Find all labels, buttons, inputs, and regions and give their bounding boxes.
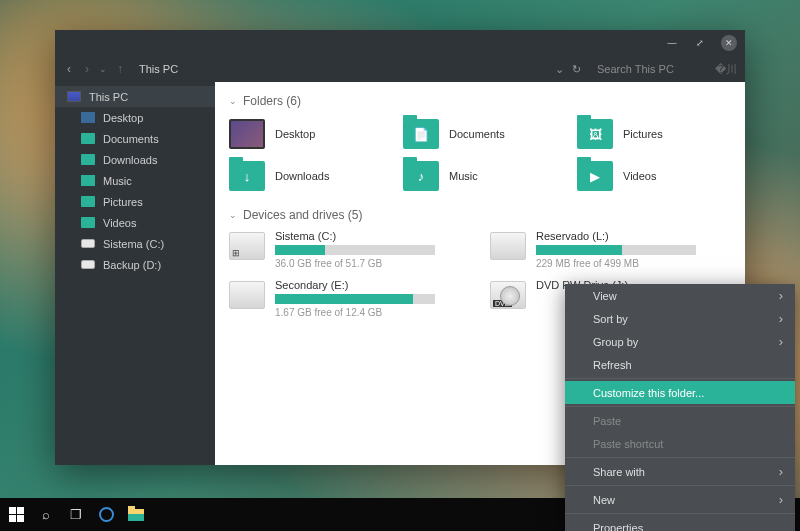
search-button[interactable]: ⌕ [38,507,54,523]
separator [565,513,795,514]
sidebar-item-desktop[interactable]: Desktop [55,107,215,128]
up-button[interactable]: ↑ [113,62,127,76]
folder-icon: ▶ [577,161,613,191]
folder-icon: 📄 [403,119,439,149]
sidebar-item-documents[interactable]: Documents [55,128,215,149]
separator [565,378,795,379]
ctx-group-by[interactable]: Group by [565,330,795,353]
sidebar-item-music[interactable]: Music [55,170,215,191]
sidebar-item-pictures[interactable]: Pictures [55,191,215,212]
close-button[interactable]: ✕ [721,35,737,51]
refresh-button[interactable]: ↻ [572,63,581,76]
sidebar-item-sistema-c[interactable]: Sistema (C:) [55,233,215,254]
folder-icon: ↓ [229,161,265,191]
search-icon: �川 [715,62,737,77]
drive-secondary-e[interactable]: Secondary (E:)1.67 GB free of 12.4 GB [229,279,470,318]
chevron-down-icon: ⌄ [229,96,237,106]
folder-music[interactable]: ♪Music [403,158,557,194]
chevron-down-icon: ⌄ [229,210,237,220]
folder-documents[interactable]: 📄Documents [403,116,557,152]
ctx-customize-folder[interactable]: Customize this folder... [565,381,795,404]
ctx-new[interactable]: New [565,488,795,511]
address-bar: ‹ › ⌄ ↑ This PC ⌄ ↻ Search This PC �川 [55,56,745,82]
explorer-taskbar-icon[interactable] [128,507,144,523]
desktop-icon [229,119,265,149]
task-view-button[interactable]: ❐ [68,507,84,523]
desktop-icon [81,112,95,123]
monitor-icon [67,91,81,102]
drive-reservado-l[interactable]: Reservado (L:)229 MB free of 499 MB [490,230,731,269]
separator [565,457,795,458]
folders-section-header[interactable]: ⌄Folders (6) [229,94,731,108]
folder-pictures[interactable]: 🖼Pictures [577,116,731,152]
forward-button[interactable]: › [81,62,93,76]
sidebar-item-this-pc[interactable]: This PC [55,86,215,107]
music-icon [81,175,95,186]
usage-bar [275,294,435,304]
search-placeholder: Search This PC [597,63,674,75]
folder-icon: ♪ [403,161,439,191]
sidebar-item-backup-d[interactable]: Backup (D:) [55,254,215,275]
drive-icon [81,239,95,248]
drive-icon: ⊞ [229,232,265,260]
sidebar-item-videos[interactable]: Videos [55,212,215,233]
drive-icon [229,281,265,309]
sidebar-item-downloads[interactable]: Downloads [55,149,215,170]
ctx-sort-by[interactable]: Sort by [565,307,795,330]
separator [565,485,795,486]
sidebar: This PC Desktop Documents Downloads Musi… [55,82,215,465]
folder-icon: 🖼 [577,119,613,149]
folder-videos[interactable]: ▶Videos [577,158,731,194]
ctx-paste[interactable]: Paste [565,409,795,432]
context-menu: View Sort by Group by Refresh Customize … [565,284,795,531]
dropdown-icon[interactable]: ⌄ [555,63,564,76]
folder-icon [81,154,95,165]
folders-grid: Desktop 📄Documents 🖼Pictures ↓Downloads … [229,116,731,194]
ctx-refresh[interactable]: Refresh [565,353,795,376]
folder-icon [81,133,95,144]
drives-section-header[interactable]: ⌄Devices and drives (5) [229,208,731,222]
search-input[interactable]: Search This PC �川 [597,62,737,77]
ctx-paste-shortcut[interactable]: Paste shortcut [565,432,795,455]
usage-bar [275,245,435,255]
breadcrumb[interactable]: This PC [133,63,184,75]
folder-desktop[interactable]: Desktop [229,116,383,152]
start-button[interactable] [8,507,24,523]
dvd-icon: DVD [490,281,526,309]
titlebar: — ⤢ ✕ [55,30,745,56]
drive-sistema-c[interactable]: ⊞ Sistema (C:)36.0 GB free of 51.7 GB [229,230,470,269]
usage-bar [536,245,696,255]
folder-downloads[interactable]: ↓Downloads [229,158,383,194]
edge-icon[interactable] [98,507,114,523]
ctx-share-with[interactable]: Share with [565,460,795,483]
folder-icon [81,217,95,228]
ctx-view[interactable]: View [565,284,795,307]
folder-icon [81,196,95,207]
maximize-button[interactable]: ⤢ [693,36,707,50]
drive-icon [490,232,526,260]
back-button[interactable]: ‹ [63,62,75,76]
history-chevron-icon[interactable]: ⌄ [99,64,107,74]
drive-icon [81,260,95,269]
minimize-button[interactable]: — [665,36,679,50]
separator [565,406,795,407]
ctx-properties[interactable]: Properties [565,516,795,531]
